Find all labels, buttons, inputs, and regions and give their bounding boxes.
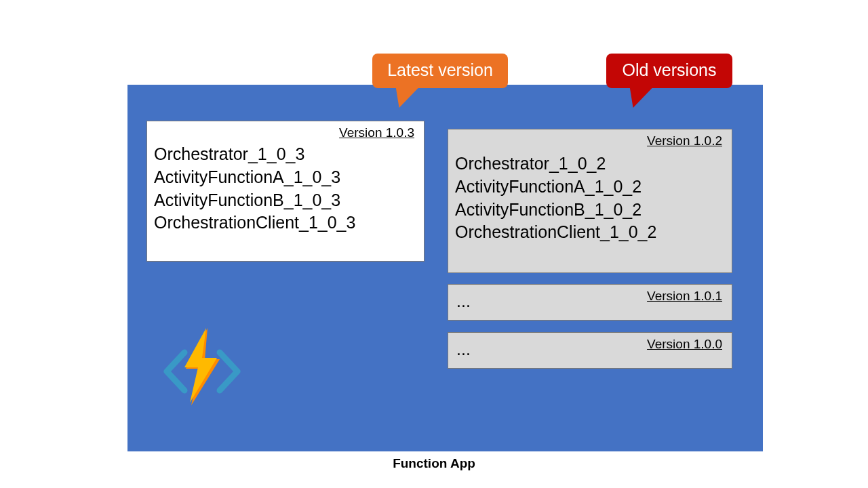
callout-tail-old	[625, 86, 654, 108]
ellipsis: ...	[456, 291, 471, 311]
azure-functions-icon	[161, 325, 243, 407]
callout-latest-label: Latest version	[387, 60, 493, 79]
version-label: Version 1.0.2	[647, 134, 722, 148]
version-card-old-collapsed: Version 1.0.1 ...	[448, 284, 732, 321]
version-card-old-expanded: Version 1.0.2 Orchestrator_1_0_2 Activit…	[448, 129, 732, 273]
diagram-caption: Function App	[0, 456, 868, 471]
function-list: Orchestrator_1_0_2 ActivityFunctionA_1_0…	[455, 152, 656, 244]
version-label: Version 1.0.1	[647, 289, 722, 304]
version-card-old-collapsed: Version 1.0.0 ...	[448, 332, 732, 369]
svg-marker-1	[184, 328, 217, 403]
function-item: Orchestrator_1_0_2	[455, 152, 656, 176]
version-card-latest: Version 1.0.3 Orchestrator_1_0_3 Activit…	[146, 121, 425, 262]
function-item: ActivityFunctionB_1_0_3	[154, 189, 355, 212]
function-item: ActivityFunctionB_1_0_2	[455, 199, 656, 222]
callout-old-label: Old versions	[623, 60, 717, 79]
callout-old-versions: Old versions	[606, 54, 732, 88]
function-item: OrchestrationClient_1_0_3	[154, 211, 355, 235]
function-item: ActivityFunctionA_1_0_2	[455, 176, 656, 199]
callout-tail-latest	[391, 86, 420, 108]
function-item: OrchestrationClient_1_0_2	[455, 221, 656, 244]
ellipsis: ...	[456, 340, 471, 359]
function-item: Orchestrator_1_0_3	[154, 143, 355, 166]
version-label: Version 1.0.3	[339, 125, 414, 140]
function-item: ActivityFunctionA_1_0_3	[154, 166, 355, 189]
callout-latest-version: Latest version	[372, 54, 508, 88]
version-label: Version 1.0.0	[647, 337, 722, 352]
function-list: Orchestrator_1_0_3 ActivityFunctionA_1_0…	[154, 143, 355, 235]
